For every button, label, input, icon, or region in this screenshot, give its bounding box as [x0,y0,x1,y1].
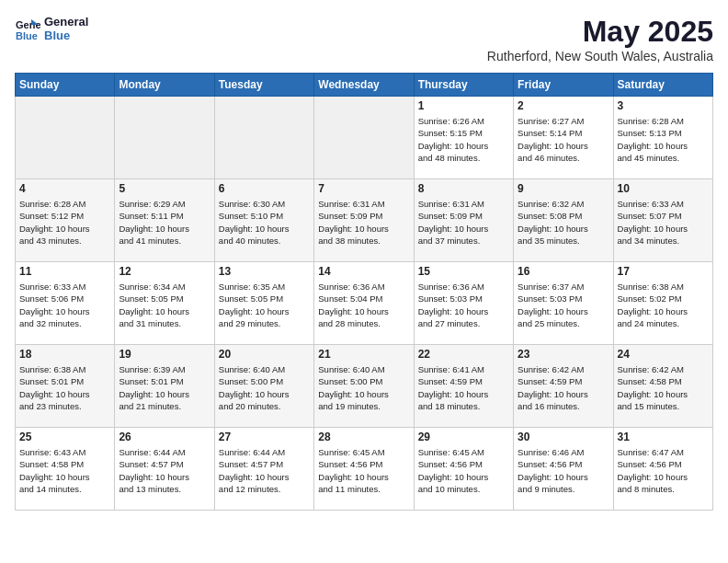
week-row-4: 18Sunrise: 6:38 AM Sunset: 5:01 PM Dayli… [16,345,713,428]
day-number: 3 [618,99,709,112]
day-info: Sunrise: 6:43 AM Sunset: 4:58 PM Dayligh… [19,446,110,495]
day-cell: 16Sunrise: 6:37 AM Sunset: 5:03 PM Dayli… [514,262,613,345]
day-cell: 24Sunrise: 6:42 AM Sunset: 4:58 PM Dayli… [613,345,712,428]
day-info: Sunrise: 6:36 AM Sunset: 5:03 PM Dayligh… [418,281,509,329]
day-number: 9 [518,182,609,195]
day-info: Sunrise: 6:45 AM Sunset: 4:56 PM Dayligh… [418,446,509,495]
day-info: Sunrise: 6:33 AM Sunset: 5:07 PM Dayligh… [618,198,709,247]
day-number: 26 [119,431,210,443]
day-cell: 8Sunrise: 6:31 AM Sunset: 5:09 PM Daylig… [414,179,513,262]
day-header-saturday: Saturday [613,74,712,97]
logo-icon: General Blue [15,16,40,41]
day-header-tuesday: Tuesday [214,74,313,97]
day-number: 18 [19,348,110,361]
day-cell: 25Sunrise: 6:43 AM Sunset: 4:58 PM Dayli… [16,428,115,511]
day-number: 25 [19,431,110,443]
day-number: 2 [518,99,609,112]
day-header-wednesday: Wednesday [314,74,414,97]
day-number: 10 [618,182,709,195]
day-number: 15 [418,265,509,278]
day-cell: 7Sunrise: 6:31 AM Sunset: 5:09 PM Daylig… [314,179,414,262]
day-cell: 2Sunrise: 6:27 AM Sunset: 5:14 PM Daylig… [514,97,613,179]
day-number: 28 [318,431,409,443]
day-number: 8 [418,182,509,195]
day-info: Sunrise: 6:37 AM Sunset: 5:03 PM Dayligh… [518,281,609,329]
page-header: General Blue General Blue May 2025 Ruthe… [15,15,713,63]
day-info: Sunrise: 6:40 AM Sunset: 5:00 PM Dayligh… [219,363,310,412]
day-info: Sunrise: 6:38 AM Sunset: 5:02 PM Dayligh… [618,281,709,329]
day-number: 5 [119,182,210,195]
day-cell: 31Sunrise: 6:47 AM Sunset: 4:56 PM Dayli… [613,428,712,511]
day-header-monday: Monday [115,74,214,97]
month-title: May 2025 [487,15,713,49]
day-info: Sunrise: 6:45 AM Sunset: 4:56 PM Dayligh… [318,446,409,495]
day-info: Sunrise: 6:36 AM Sunset: 5:04 PM Dayligh… [318,281,409,329]
day-info: Sunrise: 6:34 AM Sunset: 5:05 PM Dayligh… [119,281,210,329]
day-info: Sunrise: 6:47 AM Sunset: 4:56 PM Dayligh… [618,446,709,495]
day-info: Sunrise: 6:31 AM Sunset: 5:09 PM Dayligh… [418,198,509,247]
day-number: 11 [19,265,110,278]
week-row-3: 11Sunrise: 6:33 AM Sunset: 5:06 PM Dayli… [16,262,713,345]
day-number: 27 [219,431,310,443]
week-row-2: 4Sunrise: 6:28 AM Sunset: 5:12 PM Daylig… [16,179,713,262]
day-cell: 5Sunrise: 6:29 AM Sunset: 5:11 PM Daylig… [115,179,214,262]
day-number: 6 [219,182,310,195]
day-info: Sunrise: 6:39 AM Sunset: 5:01 PM Dayligh… [119,363,210,412]
day-info: Sunrise: 6:40 AM Sunset: 5:00 PM Dayligh… [318,363,409,412]
day-info: Sunrise: 6:27 AM Sunset: 5:14 PM Dayligh… [518,115,609,164]
day-cell: 3Sunrise: 6:28 AM Sunset: 5:13 PM Daylig… [613,97,712,179]
day-info: Sunrise: 6:30 AM Sunset: 5:10 PM Dayligh… [219,198,310,247]
day-number: 19 [119,348,210,361]
day-info: Sunrise: 6:44 AM Sunset: 4:57 PM Dayligh… [219,446,310,495]
day-cell: 23Sunrise: 6:42 AM Sunset: 4:59 PM Dayli… [514,345,613,428]
day-cell [314,97,414,179]
day-cell: 26Sunrise: 6:44 AM Sunset: 4:57 PM Dayli… [115,428,214,511]
week-row-5: 25Sunrise: 6:43 AM Sunset: 4:58 PM Dayli… [16,428,713,511]
day-number: 13 [219,265,310,278]
day-number: 24 [618,348,709,361]
day-info: Sunrise: 6:28 AM Sunset: 5:13 PM Dayligh… [618,115,709,164]
day-cell: 30Sunrise: 6:46 AM Sunset: 4:56 PM Dayli… [514,428,613,511]
day-info: Sunrise: 6:42 AM Sunset: 4:59 PM Dayligh… [518,363,609,412]
day-cell [214,97,313,179]
day-cell: 21Sunrise: 6:40 AM Sunset: 5:00 PM Dayli… [314,345,414,428]
day-number: 7 [318,182,409,195]
day-number: 31 [618,431,709,443]
day-cell: 17Sunrise: 6:38 AM Sunset: 5:02 PM Dayli… [613,262,712,345]
day-cell: 19Sunrise: 6:39 AM Sunset: 5:01 PM Dayli… [115,345,214,428]
day-number: 4 [19,182,110,195]
day-cell: 29Sunrise: 6:45 AM Sunset: 4:56 PM Dayli… [414,428,513,511]
day-header-sunday: Sunday [16,74,115,97]
day-info: Sunrise: 6:44 AM Sunset: 4:57 PM Dayligh… [119,446,210,495]
day-info: Sunrise: 6:46 AM Sunset: 4:56 PM Dayligh… [518,446,609,495]
week-row-1: 1Sunrise: 6:26 AM Sunset: 5:15 PM Daylig… [16,97,713,179]
day-cell [115,97,214,179]
day-number: 16 [518,265,609,278]
day-number: 30 [518,431,609,443]
header-row: SundayMondayTuesdayWednesdayThursdayFrid… [16,74,713,97]
day-cell: 10Sunrise: 6:33 AM Sunset: 5:07 PM Dayli… [613,179,712,262]
day-info: Sunrise: 6:28 AM Sunset: 5:12 PM Dayligh… [19,198,110,247]
title-block: May 2025 Rutherford, New South Wales, Au… [487,15,713,63]
day-number: 21 [318,348,409,361]
day-header-friday: Friday [514,74,613,97]
day-info: Sunrise: 6:29 AM Sunset: 5:11 PM Dayligh… [119,198,210,247]
svg-text:Blue: Blue [16,30,38,41]
logo-line2: Blue [44,29,88,42]
day-cell: 4Sunrise: 6:28 AM Sunset: 5:12 PM Daylig… [16,179,115,262]
day-cell: 20Sunrise: 6:40 AM Sunset: 5:00 PM Dayli… [214,345,313,428]
day-info: Sunrise: 6:38 AM Sunset: 5:01 PM Dayligh… [19,363,110,412]
day-info: Sunrise: 6:33 AM Sunset: 5:06 PM Dayligh… [19,281,110,329]
day-cell: 28Sunrise: 6:45 AM Sunset: 4:56 PM Dayli… [314,428,414,511]
day-info: Sunrise: 6:42 AM Sunset: 4:58 PM Dayligh… [618,363,709,412]
day-info: Sunrise: 6:41 AM Sunset: 4:59 PM Dayligh… [418,363,509,412]
day-number: 14 [318,265,409,278]
day-info: Sunrise: 6:31 AM Sunset: 5:09 PM Dayligh… [318,198,409,247]
day-cell: 22Sunrise: 6:41 AM Sunset: 4:59 PM Dayli… [414,345,513,428]
day-number: 22 [418,348,509,361]
day-info: Sunrise: 6:35 AM Sunset: 5:05 PM Dayligh… [219,281,310,329]
day-cell: 1Sunrise: 6:26 AM Sunset: 5:15 PM Daylig… [414,97,513,179]
day-cell: 15Sunrise: 6:36 AM Sunset: 5:03 PM Dayli… [414,262,513,345]
day-number: 23 [518,348,609,361]
day-cell: 13Sunrise: 6:35 AM Sunset: 5:05 PM Dayli… [214,262,313,345]
